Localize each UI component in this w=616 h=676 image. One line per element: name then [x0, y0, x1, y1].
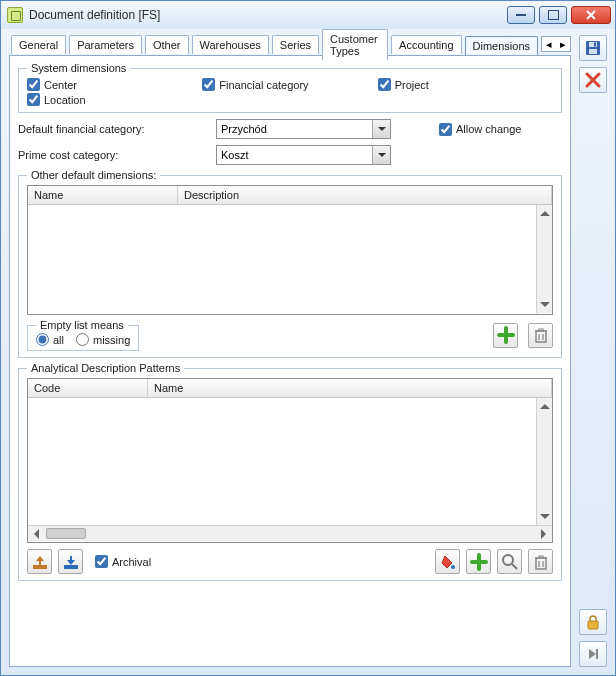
tab-next-button[interactable]: ▸: [556, 37, 570, 51]
other-dimensions-group: Other default dimensions: Name Descripti…: [18, 169, 562, 358]
col-description[interactable]: Description: [178, 186, 552, 204]
other-dimensions-legend: Other default dimensions:: [27, 169, 160, 181]
other-list-controls: Empty list means all missing: [27, 319, 553, 351]
system-dimensions-group: System dimensions Center Location: [18, 62, 562, 113]
analytic-grid[interactable]: Code Name: [27, 378, 553, 543]
export-button[interactable]: [27, 549, 52, 574]
center-label: Center: [44, 79, 77, 91]
archival-checkbox-input[interactable]: [95, 555, 108, 568]
col-name[interactable]: Name: [148, 379, 552, 397]
lock-button[interactable]: [579, 609, 607, 635]
financial-category-label: Financial category: [219, 79, 308, 91]
project-checkbox-input[interactable]: [378, 78, 391, 91]
analytic-bottom-bar: Archival: [27, 549, 553, 574]
radio-missing-label: missing: [93, 334, 130, 346]
col-code[interactable]: Code: [28, 379, 148, 397]
archival-label: Archival: [112, 556, 151, 568]
location-checkbox-input[interactable]: [27, 93, 40, 106]
svg-point-4: [503, 555, 513, 565]
analytic-grid-header: Code Name: [28, 379, 552, 398]
add-dimension-button[interactable]: [493, 323, 518, 348]
add-pattern-button[interactable]: [466, 549, 491, 574]
location-label: Location: [44, 94, 86, 106]
location-checkbox[interactable]: Location: [27, 93, 202, 106]
allow-change-label: Allow change: [456, 123, 521, 135]
svg-rect-11: [596, 649, 598, 659]
save-button[interactable]: [579, 35, 607, 61]
delete-dimension-button[interactable]: [528, 323, 553, 348]
minimize-button[interactable]: [507, 6, 535, 24]
svg-rect-8: [589, 49, 597, 54]
svg-rect-9: [594, 43, 596, 47]
svg-rect-10: [588, 621, 598, 629]
tab-series[interactable]: Series: [272, 35, 319, 54]
tab-other[interactable]: Other: [145, 35, 189, 54]
hscroll-thumb[interactable]: [46, 528, 86, 539]
financial-category-checkbox[interactable]: Financial category: [202, 78, 377, 91]
cancel-button[interactable]: [579, 67, 607, 93]
radio-all[interactable]: all: [36, 333, 64, 346]
prime-cost-combo[interactable]: Koszt: [216, 145, 391, 165]
chevron-down-icon[interactable]: [372, 120, 390, 138]
allow-change-checkbox-input[interactable]: [439, 123, 452, 136]
scroll-up-icon[interactable]: [537, 398, 552, 414]
analytic-grid-vscroll[interactable]: [536, 398, 552, 525]
scroll-down-icon[interactable]: [537, 509, 552, 525]
tab-warehouses[interactable]: Warehouses: [192, 35, 269, 54]
center-checkbox[interactable]: Center: [27, 78, 202, 91]
allow-change-checkbox[interactable]: Allow change: [439, 123, 521, 136]
svg-rect-5: [536, 558, 546, 569]
svg-rect-2: [64, 565, 78, 569]
archival-checkbox[interactable]: Archival: [95, 555, 151, 568]
next-record-button[interactable]: [579, 641, 607, 667]
app-icon: [7, 7, 23, 23]
col-name[interactable]: Name: [28, 186, 178, 204]
other-grid-header: Name Description: [28, 186, 552, 205]
prime-cost-value: Koszt: [217, 149, 372, 161]
project-label: Project: [395, 79, 429, 91]
prime-cost-row: Prime cost category: Koszt: [18, 145, 562, 165]
close-button[interactable]: [571, 6, 611, 24]
analytic-grid-body[interactable]: [28, 398, 552, 525]
tab-customer-types[interactable]: Customer Types: [322, 29, 388, 60]
side-toolbar: [575, 29, 611, 671]
scroll-up-icon[interactable]: [537, 205, 552, 221]
default-fincat-row: Default financial category: Przychód All…: [18, 119, 562, 139]
window: Document definition [FS] General Paramet…: [0, 0, 616, 676]
paint-bucket-button[interactable]: [435, 549, 460, 574]
empty-list-legend: Empty list means: [36, 319, 128, 331]
import-button[interactable]: [58, 549, 83, 574]
svg-point-3: [451, 565, 455, 569]
project-checkbox[interactable]: Project: [378, 78, 553, 91]
delete-pattern-button[interactable]: [528, 549, 553, 574]
maximize-button[interactable]: [539, 6, 567, 24]
chevron-down-icon[interactable]: [372, 146, 390, 164]
tab-panel: System dimensions Center Location: [9, 55, 571, 667]
tab-accounting[interactable]: Accounting: [391, 35, 461, 54]
tab-prev-button[interactable]: ◂: [542, 37, 556, 51]
analytic-grid-hscroll[interactable]: [28, 525, 552, 541]
window-buttons: [507, 6, 611, 24]
tab-general[interactable]: General: [11, 35, 66, 54]
radio-missing-input[interactable]: [76, 333, 89, 346]
client-area: General Parameters Other Warehouses Seri…: [5, 29, 611, 671]
other-grid-body[interactable]: [28, 205, 552, 313]
other-grid-vscroll[interactable]: [536, 205, 552, 313]
search-pattern-button[interactable]: [497, 549, 522, 574]
scroll-right-icon[interactable]: [536, 526, 552, 541]
default-fincat-label: Default financial category:: [18, 123, 208, 135]
default-fincat-combo[interactable]: Przychód: [216, 119, 391, 139]
scroll-left-icon[interactable]: [28, 526, 44, 541]
radio-missing[interactable]: missing: [76, 333, 130, 346]
financial-category-checkbox-input[interactable]: [202, 78, 215, 91]
radio-all-input[interactable]: [36, 333, 49, 346]
default-fincat-value: Przychód: [217, 123, 372, 135]
window-title: Document definition [FS]: [29, 8, 507, 22]
tab-parameters[interactable]: Parameters: [69, 35, 142, 54]
tab-bar: General Parameters Other Warehouses Seri…: [9, 33, 571, 55]
center-checkbox-input[interactable]: [27, 78, 40, 91]
system-dimensions-legend: System dimensions: [27, 62, 130, 74]
other-dimensions-grid[interactable]: Name Description: [27, 185, 553, 315]
tab-dimensions[interactable]: Dimensions: [465, 36, 538, 55]
scroll-down-icon[interactable]: [537, 297, 552, 313]
